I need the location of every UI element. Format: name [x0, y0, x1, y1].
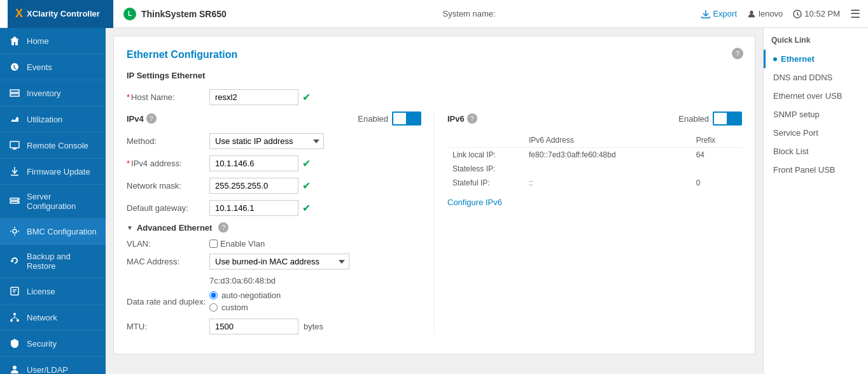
mtu-unit: bytes: [304, 322, 323, 331]
ipv4-address-row: IPv4 address: ✔: [127, 155, 421, 171]
sidebar-item-network[interactable]: Network: [0, 305, 106, 331]
quick-link-snmp-label: SNMP setup: [773, 110, 820, 119]
quick-link-block-list[interactable]: Block List: [764, 142, 868, 161]
ipv4-help-icon[interactable]: ?: [146, 113, 157, 124]
auto-neg-radio-label[interactable]: auto-negotiation: [209, 291, 281, 300]
mtu-input[interactable]: [209, 319, 298, 334]
quick-link-service-port[interactable]: Service Port: [764, 124, 868, 142]
ip-sections: IPv4 ? Enabled Method: Use static IP add…: [127, 111, 742, 334]
sidebar-item-backup[interactable]: Backup and Restore: [0, 245, 106, 278]
vlan-checkbox[interactable]: [209, 240, 218, 248]
header-right: Export lenovo 10:52 PM ☰: [701, 7, 860, 21]
custom-radio[interactable]: [209, 303, 218, 312]
ipv6-col-empty: [447, 133, 524, 148]
vlan-checkbox-label[interactable]: Enable Vlan: [209, 239, 265, 248]
hamburger-menu[interactable]: ☰: [850, 7, 860, 21]
utilization-icon: [9, 113, 20, 125]
advanced-collapse-icon[interactable]: ▼: [127, 224, 133, 231]
mac-address-select[interactable]: Use burned-in MAC address: [209, 254, 349, 270]
server-config-icon: [9, 196, 20, 207]
sidebar-item-firmware[interactable]: Firmware Update: [0, 159, 106, 185]
user-area: lenovo: [747, 9, 783, 18]
configure-ipv6-link[interactable]: Configure IPv6: [447, 198, 502, 207]
system-name-label: System name:: [443, 9, 496, 18]
sidebar-item-events[interactable]: Events: [0, 54, 106, 80]
sidebar-item-license[interactable]: License: [0, 278, 106, 305]
host-name-label: Host Name:: [127, 92, 209, 102]
link-local-value: fe80::7ed3:0aff:fe60:48bd: [524, 148, 691, 162]
sidebar-item-label: Network: [27, 313, 57, 322]
product-logo-icon: L: [123, 8, 136, 20]
vlan-row: VLAN: Enable Vlan: [127, 239, 421, 248]
quick-link-dns-ddns[interactable]: DNS and DDNS: [764, 68, 868, 87]
network-mask-row: Network mask: ✔: [127, 178, 421, 194]
data-rate-options: auto-negotiation custom: [209, 291, 281, 312]
svg-rect-3: [10, 94, 19, 96]
link-local-prefix: 64: [691, 148, 742, 162]
network-mask-check-icon: ✔: [302, 180, 311, 192]
advanced-help-icon[interactable]: ?: [218, 222, 228, 233]
network-mask-input[interactable]: [209, 178, 298, 194]
svg-point-0: [750, 10, 753, 13]
ipv4-address-input[interactable]: [209, 155, 298, 171]
sidebar-item-label: BMC Configuration: [27, 227, 97, 236]
ipv6-label: IPv6: [447, 114, 465, 124]
default-gateway-input[interactable]: [209, 200, 298, 216]
default-gateway-label: Default gateway:: [127, 203, 209, 213]
custom-radio-label[interactable]: custom: [209, 303, 281, 312]
user-label: lenovo: [759, 9, 783, 18]
ipv4-address-value-area: ✔: [209, 155, 311, 171]
host-name-row: Host Name: ✔: [127, 89, 742, 105]
sidebar-item-utilization[interactable]: Utilization: [0, 106, 106, 133]
quick-link-ethernet-usb[interactable]: Ethernet over USB: [764, 87, 868, 105]
ipv4-toggle[interactable]: [392, 111, 421, 126]
network-mask-label: Network mask:: [127, 181, 209, 191]
mtu-label: MTU:: [127, 322, 209, 331]
sidebar-item-server-configuration[interactable]: Server Configuration: [0, 185, 106, 219]
events-icon: [9, 61, 20, 73]
ipv4-label: IPv4: [127, 114, 144, 124]
advanced-header: ▼ Advanced Ethernet ?: [127, 222, 421, 233]
sidebar-item-inventory[interactable]: Inventory: [0, 80, 106, 106]
firmware-icon: [9, 166, 20, 177]
auto-neg-radio[interactable]: [209, 291, 218, 299]
sidebar-item-label: User/LDAP: [27, 365, 68, 375]
sidebar-item-label: Security: [27, 339, 57, 349]
data-rate-label: Data rate and duplex:: [127, 297, 209, 306]
mtu-row: MTU: bytes: [127, 319, 421, 334]
sidebar-item-home[interactable]: Home: [0, 28, 106, 54]
ipv6-help-icon[interactable]: ?: [467, 113, 477, 124]
ipv6-section: IPv6 ? Enabled IPv6 Addre: [434, 111, 742, 334]
quick-link-snmp-setup[interactable]: SNMP setup: [764, 105, 868, 124]
sidebar-item-label: Server Configuration: [27, 192, 97, 211]
quick-link-block-list-label: Block List: [773, 147, 809, 156]
ipv4-enabled-label: Enabled: [358, 114, 388, 124]
quick-link-ethernet-label: Ethernet: [781, 54, 815, 64]
time-label: 10:52 PM: [804, 9, 840, 18]
quick-link-eth-usb-label: Ethernet over USB: [773, 91, 842, 101]
ipv6-toggle[interactable]: [713, 111, 742, 126]
custom-label: custom: [221, 303, 248, 312]
export-button[interactable]: Export: [701, 9, 737, 18]
svg-point-7: [17, 199, 18, 200]
sidebar-item-label: Events: [27, 62, 52, 72]
sidebar-item-security[interactable]: Security: [0, 331, 106, 357]
sidebar-item-remote-console[interactable]: Remote Console: [0, 133, 106, 159]
help-icon[interactable]: ?: [732, 48, 743, 59]
ipv6-enabled-label: Enabled: [678, 114, 709, 124]
stateless-label: Stateless IP:: [447, 162, 524, 176]
configure-ipv6-area: Configure IPv6: [447, 198, 742, 207]
quick-link-ethernet[interactable]: Ethernet: [764, 50, 868, 68]
host-name-input[interactable]: [209, 89, 298, 105]
home-icon: [9, 35, 20, 47]
sidebar-item-bmc-configuration[interactable]: BMC Configuration: [0, 219, 106, 245]
ipv6-table: IPv6 Address Prefix Link local IP: fe80:…: [447, 133, 742, 190]
default-gateway-row: Default gateway: ✔: [127, 200, 421, 216]
method-select[interactable]: Use static IP address: [209, 133, 324, 149]
ipv4-header-row: IPv4 ? Enabled: [127, 111, 421, 126]
link-local-row: Link local IP: fe80::7ed3:0aff:fe60:48bd…: [447, 148, 742, 162]
sidebar-item-user-ldap[interactable]: User/LDAP: [0, 357, 106, 374]
quick-link-front-panel-usb[interactable]: Front Panel USB: [764, 161, 868, 179]
brand-label: XClarity Controller: [27, 9, 100, 18]
bmc-config-icon: [9, 226, 20, 237]
